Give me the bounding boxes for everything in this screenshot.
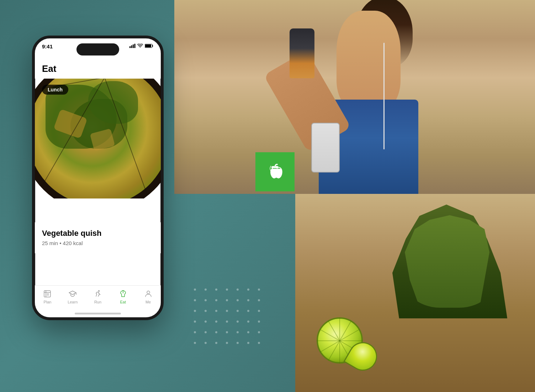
status-time: 9:41 <box>42 43 53 49</box>
phone-title: Eat <box>42 63 154 74</box>
plan-label: Plan <box>43 300 51 304</box>
food-meta: 25 min • 420 kcal <box>42 240 154 246</box>
svg-point-12 <box>147 291 150 294</box>
nav-item-run[interactable]: Run <box>85 289 111 304</box>
svg-rect-0 <box>129 46 131 48</box>
battery-icon <box>145 44 154 48</box>
food-info: Vegetable quish 25 min • 420 kcal <box>35 222 161 253</box>
phone-header: Eat <box>35 60 161 79</box>
eat-icon <box>118 289 128 298</box>
svg-rect-5 <box>145 44 151 47</box>
app-icon-green <box>255 152 295 191</box>
run-icon <box>93 289 102 298</box>
svg-rect-1 <box>131 46 132 48</box>
nav-item-plan[interactable]: Plan <box>35 289 60 304</box>
run-label: Run <box>94 300 101 304</box>
food-card[interactable]: Lunch Vegetable quish 25 min • 420 kcal <box>35 78 161 285</box>
home-indicator <box>75 313 121 314</box>
eat-label: Eat <box>120 300 126 304</box>
nav-item-eat[interactable]: Eat <box>110 289 136 304</box>
woman-photo <box>174 0 535 194</box>
plan-icon <box>43 289 52 298</box>
svg-rect-2 <box>133 44 134 48</box>
svg-point-10 <box>98 291 99 292</box>
nav-item-me[interactable]: Me <box>136 289 161 304</box>
learn-label: Learn <box>68 300 78 304</box>
dynamic-island <box>76 43 119 55</box>
wifi-icon <box>137 44 143 48</box>
phone-wrapper: 9:41 <box>32 36 174 327</box>
me-label: Me <box>145 300 151 304</box>
phone-device: 9:41 <box>32 36 164 320</box>
herbs-photo <box>295 194 535 392</box>
me-icon <box>144 289 153 298</box>
food-name: Vegetable quish <box>42 229 154 238</box>
svg-rect-3 <box>134 44 136 48</box>
status-icons <box>129 44 154 48</box>
learn-icon <box>68 289 77 298</box>
nav-item-learn[interactable]: Learn <box>60 289 85 304</box>
lunch-badge: Lunch <box>42 85 68 95</box>
signal-icon <box>129 44 136 48</box>
dot-pattern-bottom-center <box>192 287 260 346</box>
